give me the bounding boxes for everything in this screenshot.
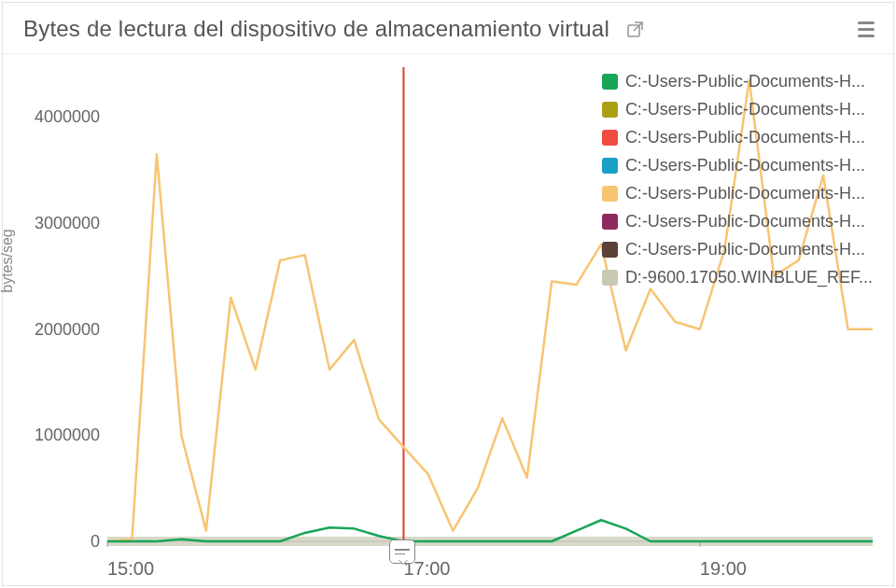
svg-text:3000000: 3000000	[35, 214, 100, 232]
legend[interactable]: C:-Users-Public-Documents-H...C:-Users-P…	[602, 67, 873, 291]
legend-label: C:-Users-Public-Documents-H...	[625, 128, 865, 147]
legend-item[interactable]: D:-9600.17050.WINBLUE_REF...	[602, 263, 873, 291]
legend-swatch	[602, 130, 618, 146]
legend-swatch	[602, 186, 618, 202]
legend-item[interactable]: C:-Users-Public-Documents-H...	[602, 207, 873, 235]
legend-item[interactable]: C:-Users-Public-Documents-H...	[602, 151, 873, 179]
chart-area: bytes/seg C:-Users-Public-Documents-H...…	[3, 54, 893, 588]
svg-text:15:00: 15:00	[107, 558, 154, 579]
svg-text:1000000: 1000000	[35, 426, 100, 444]
legend-label: C:-Users-Public-Documents-H...	[625, 100, 865, 119]
legend-swatch	[602, 270, 618, 286]
panel-title: Bytes de lectura del dispositivo de alma…	[23, 16, 609, 42]
legend-label: C:-Users-Public-Documents-H...	[625, 156, 865, 175]
legend-swatch	[602, 74, 618, 90]
legend-label: D:-9600.17050.WINBLUE_REF...	[625, 268, 873, 287]
y-axis-label: bytes/seg	[0, 229, 16, 292]
legend-swatch	[602, 214, 618, 230]
annotation-marker-icon[interactable]	[389, 539, 415, 564]
legend-label: C:-Users-Public-Documents-H...	[625, 184, 865, 203]
svg-text:2000000: 2000000	[35, 320, 100, 339]
chart-panel: Bytes de lectura del dispositivo de alma…	[2, 2, 894, 586]
legend-label: C:-Users-Public-Documents-H...	[625, 240, 865, 259]
svg-text:4000000: 4000000	[35, 107, 100, 126]
legend-item[interactable]: C:-Users-Public-Documents-H...	[602, 179, 873, 207]
svg-text:19:00: 19:00	[700, 558, 747, 579]
legend-label: C:-Users-Public-Documents-H...	[625, 212, 865, 231]
legend-item[interactable]: C:-Users-Public-Documents-H...	[602, 235, 873, 263]
legend-swatch	[602, 102, 618, 118]
legend-item[interactable]: C:-Users-Public-Documents-H...	[602, 95, 873, 123]
external-link-icon[interactable]	[626, 20, 645, 38]
legend-item[interactable]: C:-Users-Public-Documents-H...	[602, 67, 873, 95]
legend-swatch	[602, 242, 618, 258]
panel-header: Bytes de lectura del dispositivo de alma…	[3, 3, 893, 54]
menu-icon[interactable]	[856, 19, 876, 39]
legend-label: C:-Users-Public-Documents-H...	[625, 72, 865, 91]
svg-text:0: 0	[91, 532, 100, 551]
legend-swatch	[602, 158, 618, 174]
legend-item[interactable]: C:-Users-Public-Documents-H...	[602, 123, 873, 151]
